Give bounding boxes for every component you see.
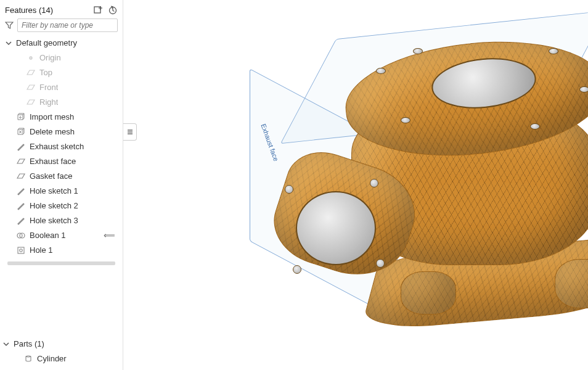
tree-label: Front [39, 82, 58, 93]
tree-node-hole-sketch-2[interactable]: Hole sketch 2 [2, 199, 120, 213]
plane-icon [26, 97, 36, 107]
tree-node-delete-mesh[interactable]: Delete mesh [2, 125, 120, 139]
tree-label: Import mesh [30, 112, 74, 123]
bolt-hole[interactable] [530, 123, 540, 130]
rollback-history-icon[interactable] [108, 5, 118, 15]
sketch-icon [16, 201, 26, 211]
tree-node-top-plane[interactable]: Top [2, 65, 120, 80]
tree-label: Gasket face [30, 171, 72, 182]
3d-scene: Exhaust face [123, 0, 588, 370]
sketch-icon [16, 142, 26, 152]
tree-node-import-mesh[interactable]: Import mesh [2, 110, 120, 125]
tree-label: Exhaust sketch [30, 141, 84, 152]
svg-rect-10 [18, 247, 24, 253]
svg-point-11 [20, 249, 22, 252]
sketch-icon [16, 186, 26, 196]
part-icon [23, 354, 33, 364]
bolt-hole[interactable] [285, 185, 293, 194]
bolt-hole[interactable] [376, 68, 386, 74]
bolt-hole[interactable] [376, 259, 385, 268]
feature-tree-scrollbar[interactable] [7, 261, 115, 265]
tree-node-hole-1[interactable]: Hole 1 [2, 243, 120, 258]
boolean-icon [16, 231, 26, 240]
origin-icon [26, 53, 36, 63]
tree-label: Right [39, 97, 58, 108]
tree-node-default-geometry[interactable]: Default geometry [2, 36, 120, 51]
tree-node-exhaust-sketch[interactable]: Exhaust sketch [2, 139, 120, 154]
tree-node-exhaust-face[interactable]: Exhaust face [2, 154, 120, 169]
feature-tree-header: Features (14) [0, 4, 123, 18]
tree-label: Exhaust face [30, 156, 76, 167]
bolt-hole[interactable] [549, 48, 558, 54]
feature-filter-input[interactable] [17, 18, 118, 32]
tree-node-front-plane[interactable]: Front [2, 80, 120, 95]
feature-tree: Default geometry Origin Top Front Right … [0, 36, 123, 332]
plane-icon [26, 83, 36, 92]
plane-icon [26, 68, 36, 78]
tree-label: Default geometry [16, 38, 77, 49]
tree-node-hole-sketch-1[interactable]: Hole sketch 1 [2, 184, 120, 199]
tree-label: Boolean 1 [30, 230, 66, 241]
part-label: Cylinder [37, 353, 67, 364]
tree-node-boolean-1[interactable]: Boolean 1 ⟸ [2, 228, 120, 243]
bolt-hole[interactable] [401, 117, 410, 123]
bolt-hole[interactable] [370, 179, 378, 187]
tree-label: Hole 1 [30, 245, 53, 256]
filter-icon[interactable] [5, 21, 14, 30]
feature-tree-panel: Features (14) Default geometry Origin To… [0, 0, 123, 370]
add-feature-icon[interactable] [93, 5, 103, 15]
3d-viewport[interactable]: Exhaust face [123, 0, 588, 370]
tree-label: Hole sketch 2 [30, 200, 78, 212]
parts-section: Parts (1) Cylinder [0, 332, 123, 366]
tree-node-origin[interactable]: Origin [2, 51, 120, 65]
chevron-down-icon[interactable] [2, 340, 10, 348]
hole-feature-icon [16, 245, 26, 255]
sketch-icon [16, 216, 26, 226]
parts-title: Parts (1) [14, 339, 44, 350]
tree-label: Top [39, 67, 52, 78]
tree-node-gasket-face[interactable]: Gasket face [2, 169, 120, 184]
import-mesh-icon [16, 112, 26, 122]
tree-label: Hole sketch 1 [30, 186, 78, 197]
tree-label: Origin [39, 52, 61, 64]
feature-filter-row [0, 18, 123, 36]
feature-tree-title: Features (14) [5, 6, 53, 15]
delete-mesh-icon [16, 127, 26, 137]
tree-label: Hole sketch 3 [30, 215, 78, 226]
plane-icon [16, 157, 26, 166]
bore-exhaust[interactable] [296, 191, 376, 265]
tree-node-right-plane[interactable]: Right [2, 95, 120, 110]
tree-node-hole-sketch-3[interactable]: Hole sketch 3 [2, 213, 120, 228]
feature-tree-header-actions [93, 5, 118, 15]
part-item-cylinder[interactable]: Cylinder [0, 352, 123, 366]
svg-point-5 [30, 57, 31, 59]
rollback-bar-indicator-icon[interactable]: ⟸ [103, 230, 118, 241]
parts-header[interactable]: Parts (1) [0, 337, 123, 352]
tree-label: Delete mesh [30, 126, 75, 138]
bolt-hole[interactable] [579, 86, 588, 92]
bolt-hole[interactable] [293, 265, 301, 274]
chevron-down-icon[interactable] [5, 39, 12, 47]
plane-icon [16, 171, 26, 181]
bolt-hole[interactable] [413, 48, 423, 54]
